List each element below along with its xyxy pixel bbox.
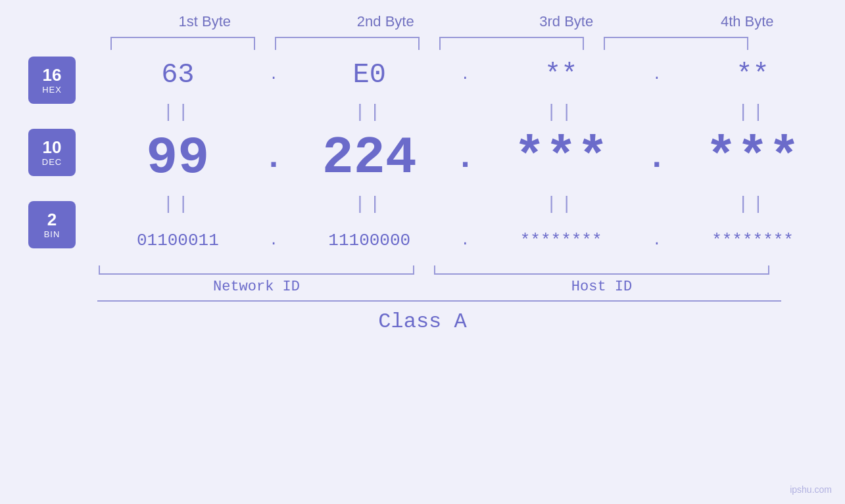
bracket-b2 [275,37,420,50]
eq1-b2: || [297,102,442,122]
data-columns: 63 . E0 . ** . ** || || || || 99 [85,51,845,295]
dec-dot1: . [264,139,283,177]
dec-data-row: 99 . 224 . *** . *** [85,125,845,191]
bin-dot2: . [455,233,475,249]
bin-badge: 2 BIN [28,201,76,248]
bin-badge-label: BIN [44,229,60,239]
host-bracket-line [434,265,769,275]
class-bracket-line [97,300,781,302]
network-id-section: Network ID [99,265,414,295]
hex-data-row: 63 . E0 . ** . ** [85,51,845,99]
byte-headers: 1st Byte 2nd Byte 3rd Byte 4th Byte [101,13,824,30]
hex-b2: E0 [297,59,442,91]
hex-dot3: . [647,67,667,83]
hex-dot2: . [455,67,475,83]
eq-row-2: || || || || [85,191,845,217]
dec-dot3: . [647,139,667,177]
bin-b1: 01100011 [105,231,250,250]
dec-badge-number: 10 [43,138,62,157]
bin-badge-number: 2 [47,210,57,229]
byte3-header: 3rd Byte [494,13,639,30]
bin-dot1: . [264,233,283,249]
eq1-b1: || [105,102,250,122]
hex-b1: 63 [105,59,250,91]
bracket-b3 [439,37,584,50]
eq1-b3: || [489,102,633,122]
badges-column: 16 HEX 10 DEC 2 BIN [0,51,85,248]
dec-b2: 224 [297,128,442,188]
dec-b3: *** [489,128,633,188]
bin-b2: 11100000 [297,231,442,250]
hex-badge-number: 16 [43,66,62,85]
class-label: Class A [378,309,466,334]
dec-b1: 99 [105,128,250,188]
bin-data-row: 01100011 . 11100000 . ******** . *******… [85,217,845,264]
hex-dot1: . [264,67,283,83]
main-container: 1st Byte 2nd Byte 3rd Byte 4th Byte 16 H… [0,0,845,504]
bracket-b1 [110,37,255,50]
network-bracket-line [99,265,414,275]
host-id-section: Host ID [434,265,769,295]
dec-b4: *** [681,128,825,188]
host-id-label: Host ID [434,279,769,295]
watermark: ipshu.com [790,484,832,495]
hex-b4: ** [681,59,825,91]
dec-badge-label: DEC [42,157,62,167]
eq2-b2: || [297,194,442,214]
eq2-b4: || [681,194,825,214]
top-brackets [91,37,840,50]
dec-badge: 10 DEC [28,129,76,176]
hex-badge: 16 HEX [28,57,76,104]
eq2-b1: || [105,194,250,214]
id-brackets: Network ID Host ID [85,265,845,295]
hex-badge-label: HEX [42,85,62,95]
eq2-b3: || [489,194,633,214]
eq1-b4: || [681,102,825,122]
bracket-b4 [604,37,748,50]
hex-b3: ** [489,59,633,91]
bin-b4: ******** [681,231,825,250]
dec-dot2: . [455,139,475,177]
eq-row-1: || || || || [85,99,845,125]
bin-dot3: . [647,233,667,249]
class-section: Class A [0,300,845,334]
byte1-header: 1st Byte [132,13,277,30]
bin-b3: ******** [489,231,633,250]
byte2-header: 2nd Byte [313,13,458,30]
network-id-label: Network ID [99,279,414,295]
byte4-header: 4th Byte [675,13,819,30]
